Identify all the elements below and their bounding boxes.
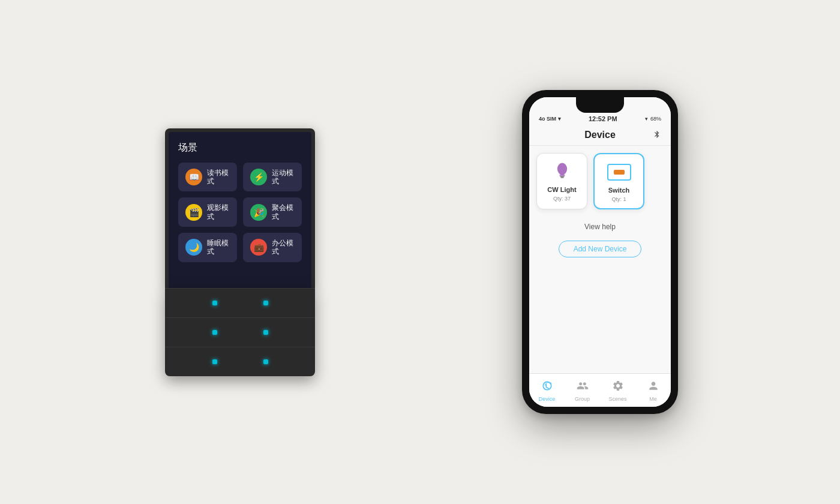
scene-btn-party[interactable]: 🎉 聚会模式 — [243, 197, 302, 227]
panel-button-2[interactable] — [263, 301, 268, 305]
scenes-nav-icon — [612, 380, 624, 395]
view-help-label: View help — [584, 223, 616, 231]
svg-rect-3 — [560, 177, 563, 178]
scene-btn-sleep[interactable]: 🌙 睡眠模式 — [178, 233, 237, 262]
phone-notch — [576, 97, 624, 113]
nav-label-me: Me — [649, 396, 657, 402]
cwlight-qty: Qty: 37 — [553, 196, 571, 202]
scene-icon-movie: 🎬 — [185, 204, 202, 221]
view-help-section: View help — [529, 217, 671, 237]
scene-label-sleep: 睡眠模式 — [207, 239, 230, 256]
bulb-icon — [551, 161, 573, 182]
app-header: Device — [529, 125, 671, 146]
me-nav-icon — [647, 380, 659, 395]
button-row-2 — [165, 317, 315, 347]
scene-grid: 📖 读书模式 ⚡ 运动模式 🎬 观影模式 🎉 — [178, 163, 302, 262]
smart-panel: 场景 📖 读书模式 ⚡ 运动模式 🎬 观影模式 — [162, 128, 318, 376]
scene-label-reading: 读书模式 — [207, 169, 230, 186]
add-new-device-button[interactable]: Add New Device — [559, 241, 642, 257]
scene-icon-reading: 📖 — [185, 169, 202, 185]
panel-bottom — [165, 288, 315, 376]
scene-btn-movie[interactable]: 🎬 观影模式 — [178, 197, 237, 227]
nav-item-scenes[interactable]: Scenes — [600, 374, 635, 407]
scene-btn-reading[interactable]: 📖 读书模式 — [178, 163, 237, 192]
nav-label-scenes: Scenes — [608, 396, 626, 402]
panel-button-6[interactable] — [263, 359, 268, 364]
wifi-icon: ▾ — [645, 116, 648, 122]
bottom-nav: Device Group Sce — [529, 373, 671, 407]
scene-label-party: 聚会模式 — [272, 203, 295, 221]
scene-icon-sleep: 🌙 — [185, 239, 202, 256]
scene-label-sport: 运动模式 — [272, 169, 295, 186]
svg-point-0 — [557, 163, 566, 175]
device-cards-container: CW Light Qty: 37 Switch Qty: 1 — [529, 146, 671, 217]
panel-screen: 场景 📖 读书模式 ⚡ 运动模式 🎬 观影模式 — [169, 132, 311, 288]
nav-label-group: Group — [575, 396, 590, 402]
battery-percent: 68% — [650, 116, 661, 122]
panel-button-5[interactable] — [212, 359, 217, 364]
cwlight-name: CW Light — [547, 186, 576, 193]
panel-button-1[interactable] — [212, 301, 217, 305]
nav-item-me[interactable]: Me — [635, 374, 671, 407]
switch-inner — [614, 170, 625, 175]
panel-button-3[interactable] — [212, 330, 217, 335]
group-nav-icon — [577, 380, 589, 395]
scene-btn-sport[interactable]: ⚡ 运动模式 — [243, 163, 302, 192]
button-row-3 — [165, 347, 315, 376]
switch-icon — [607, 164, 631, 181]
switch-icon-wrap-outer — [607, 160, 631, 184]
phone-screen: 4o SIM ▾ 12:52 PM ▾ 68% Device — [529, 97, 671, 407]
main-container: 场景 📖 读书模式 ⚡ 运动模式 🎬 观影模式 — [0, 0, 840, 504]
nav-item-group[interactable]: Group — [565, 374, 600, 407]
cwlight-icon-wrap — [550, 160, 574, 184]
device-nav-icon — [541, 380, 553, 395]
scene-icon-office: 💼 — [250, 239, 267, 256]
panel-top: 场景 📖 读书模式 ⚡ 运动模式 🎬 观影模式 — [165, 128, 315, 288]
device-card-switch[interactable]: Switch Qty: 1 — [593, 153, 644, 209]
nav-label-device: Device — [539, 396, 556, 402]
scene-btn-office[interactable]: 💼 办公模式 — [243, 233, 302, 262]
bluetooth-icon — [653, 130, 661, 140]
scene-icon-party: 🎉 — [250, 204, 267, 221]
status-battery: ▾ 68% — [645, 116, 661, 122]
panel-button-4[interactable] — [263, 330, 268, 335]
device-card-cwlight[interactable]: CW Light Qty: 37 — [536, 153, 587, 209]
svg-rect-2 — [560, 176, 564, 177]
switch-qty: Qty: 1 — [611, 196, 626, 202]
status-time: 12:52 PM — [589, 115, 617, 122]
switch-name: Switch — [608, 187, 629, 194]
scene-icon-sport: ⚡ — [250, 169, 267, 185]
scene-label-office: 办公模式 — [272, 239, 295, 256]
nav-item-device[interactable]: Device — [529, 374, 565, 407]
status-carrier: 4o SIM ▾ — [539, 116, 561, 122]
app-title: Device — [584, 130, 616, 140]
scene-label-movie: 观影模式 — [207, 203, 230, 221]
phone-mockup: 4o SIM ▾ 12:52 PM ▾ 68% Device — [522, 90, 678, 414]
button-row-1 — [165, 288, 315, 317]
screen-title: 场景 — [178, 142, 302, 154]
